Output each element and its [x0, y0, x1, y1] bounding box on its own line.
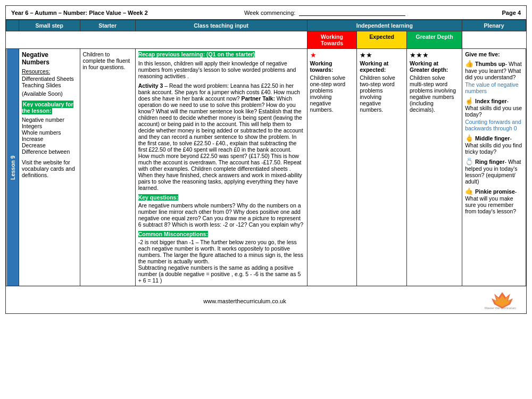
visit-text: Visit the website for vocabulary cards a… — [22, 159, 77, 178]
key-q-text: Are negative numbers whole numbers? Why … — [138, 202, 304, 228]
svg-text:Master the Curriculum: Master the Curriculum — [485, 306, 516, 310]
middle-entry: 🖕 Middle finger- What skills did you fin… — [465, 134, 523, 155]
footer-website: www.masterthecurriculum.co.uk — [11, 298, 478, 304]
partner-talk-text: Which operation do we need to use to sol… — [138, 95, 303, 191]
thumbs-label: Thumbs up — [475, 61, 505, 67]
wt-stars: ★ — [310, 51, 354, 59]
independent-col-header: Independent learning — [307, 20, 462, 31]
brand-logo-icon: Master the Curriculum — [484, 291, 521, 310]
index-text: What skills did you use today? — [465, 105, 522, 118]
pinkie-label: Pinkie promise — [475, 188, 515, 195]
footer-logo: Master the Curriculum — [478, 291, 521, 311]
starter-text: Children to complete the fluent in four … — [83, 51, 132, 70]
starter-col-header: Starter — [80, 20, 135, 31]
working-towards-cell: ★ Working towards: Children solve one-st… — [307, 49, 357, 286]
teaching-intro: In this lesson, children will apply thei… — [138, 60, 304, 79]
ring-label: Ring finger — [475, 159, 504, 165]
index-link: Counting forwards and backwards through … — [465, 119, 523, 131]
vocab-6: Difference between — [22, 148, 77, 155]
vocab-4: Increase — [22, 136, 77, 142]
working-towards-header: Working Towards — [307, 31, 357, 49]
misconceptions-label: Common Misconceptions: — [138, 231, 208, 237]
available-soon: (Available Soon) — [22, 90, 77, 97]
resource-item-2: Teaching Slides — [22, 82, 77, 88]
exp-label: Working at expected: — [360, 60, 404, 73]
vocab-5: Decrease — [22, 142, 77, 148]
teaching-col-header: Class teaching input — [135, 20, 307, 31]
vocab-2: Integers — [22, 123, 77, 129]
partner-talk-label: Partner Talk: — [241, 95, 275, 102]
recap-label: Recap previous learning: (Q1 on the star… — [138, 51, 255, 57]
greater-depth-cell: ★★★ Working at Greater depth: Children s… — [407, 49, 462, 286]
vocab-3: Whole numbers — [22, 129, 77, 136]
give-five: Give me five: — [465, 51, 523, 57]
gd-label: Working at Greater depth: — [410, 60, 459, 73]
thumbs-link: The value of negative numbers — [465, 81, 523, 94]
index-entry: ☝ Index finger- What skills did you use … — [465, 97, 523, 131]
resource-item-1: Differentiated Sheets — [22, 76, 77, 82]
middle-label: Middle finger — [475, 135, 510, 142]
vocab-list: Negative number Integers Whole numbers I… — [22, 117, 77, 155]
misconceptions-text: -2 is not bigger than -1 – The further b… — [138, 239, 304, 284]
teaching-cell: Recap previous learning: (Q1 on the star… — [135, 49, 307, 286]
wt-label: Working towards: — [310, 60, 354, 73]
lesson-col-header — [6, 20, 19, 31]
vocab-1: Negative number — [22, 117, 77, 123]
small-step-title: Negative Numbers — [22, 51, 77, 66]
starter-cell: Children to complete the fluent in four … — [80, 49, 135, 286]
activity3-label: Activity 3 — [138, 82, 163, 89]
pinkie-text: What will you make sure you remember fro… — [465, 195, 516, 214]
thumbs-entry: 👍 Thumbs up- What have you learnt? What … — [465, 60, 523, 94]
lesson-label: Lesson 9 — [6, 49, 19, 286]
key-q-label: Key questions: — [138, 194, 178, 201]
lesson-table: Small step Starter Class teaching input … — [6, 20, 526, 286]
vocab-highlight: Key vocabulary for the lesson: — [22, 101, 73, 114]
greater-depth-header: Greater Depth — [407, 31, 462, 49]
week-commencing: Week commencing: — [148, 9, 502, 16]
resources-label: Resources: — [22, 68, 77, 74]
activity3-line: Activity 3 – Read the word problem: Lean… — [138, 82, 304, 191]
ring-entry: 💍 Ring finger- What helped you in today'… — [465, 157, 523, 185]
wt-text: Children solve one-step word problems in… — [310, 74, 354, 113]
page-number: Page 4 — [502, 10, 521, 16]
header-title: Year 6 – Autumn – Number: Place Value – … — [11, 10, 148, 16]
index-label: Index finger — [475, 98, 507, 104]
page-header: Year 6 – Autumn – Number: Place Value – … — [6, 6, 526, 20]
gd-stars: ★★★ — [410, 51, 459, 59]
plenary-col-header: Plenary — [462, 20, 526, 31]
expected-cell: ★★ Working at expected: Children solve t… — [357, 49, 407, 286]
pinkie-entry: 🤙 Pinkie promise- What will you make sur… — [465, 187, 523, 214]
exp-text: Children solve two-step word problems in… — [360, 74, 404, 113]
plenary-cell: Give me five: 👍 Thumbs up- What have you… — [462, 49, 526, 286]
expected-header: Expected — [357, 31, 407, 49]
middle-text: What skills did you find tricky today? — [465, 142, 522, 155]
gd-text: Children solve multi-step word problems … — [410, 74, 459, 113]
exp-stars: ★★ — [360, 51, 404, 59]
footer: www.masterthecurriculum.co.uk Master the… — [6, 286, 526, 313]
small-step-col-header: Small step — [19, 20, 80, 31]
small-step-cell: Negative Numbers Resources: Differentiat… — [19, 49, 80, 286]
